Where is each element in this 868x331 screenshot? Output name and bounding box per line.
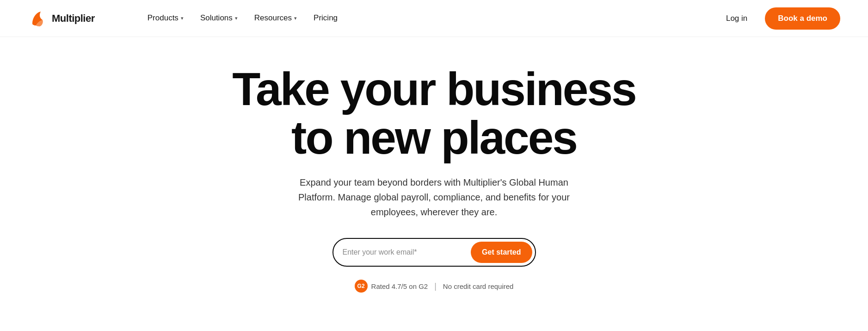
email-form: Get started: [332, 238, 536, 267]
g2-logo-icon: G2: [355, 280, 368, 293]
nav-pricing[interactable]: Pricing: [307, 10, 344, 26]
book-demo-button[interactable]: Book a demo: [765, 7, 840, 30]
hero-headline-line1: Take your business: [232, 63, 635, 115]
nav-resources[interactable]: Resources ▾: [248, 10, 303, 26]
no-credit-card-text: No credit card required: [443, 282, 514, 290]
nav-pricing-label: Pricing: [314, 13, 338, 23]
brand-logo-icon: [28, 9, 47, 28]
nav-products[interactable]: Products ▾: [141, 10, 190, 26]
resources-chevron-icon: ▾: [294, 15, 297, 21]
nav-left: Multiplier Products ▾ Solutions ▾ Resour…: [28, 0, 372, 37]
get-started-button[interactable]: Get started: [471, 242, 532, 263]
logo-link[interactable]: Multiplier: [28, 9, 95, 28]
nav-right: Log in Book a demo: [720, 7, 840, 30]
nav-links: Products ▾ Solutions ▾ Resources ▾ Prici…: [113, 0, 372, 37]
login-button[interactable]: Log in: [720, 10, 754, 27]
main-nav: Multiplier Products ▾ Solutions ▾ Resour…: [0, 0, 868, 37]
email-input[interactable]: [343, 248, 471, 256]
products-chevron-icon: ▾: [181, 15, 184, 21]
solutions-chevron-icon: ▾: [235, 15, 238, 21]
g2-badge: G2 Rated 4.7/5 on G2: [355, 280, 428, 293]
nav-resources-label: Resources: [254, 13, 292, 23]
trust-bar: G2 Rated 4.7/5 on G2 | No credit card re…: [355, 280, 514, 293]
hero-headline: Take your business to new places: [232, 65, 635, 162]
trust-divider: |: [434, 281, 437, 291]
hero-headline-line2: to new places: [291, 112, 577, 163]
brand-name: Multiplier: [52, 12, 95, 25]
g2-badge-letter: G2: [357, 283, 365, 289]
nav-products-label: Products: [148, 13, 179, 23]
hero-section: Take your business to new places Expand …: [0, 37, 868, 311]
nav-solutions-label: Solutions: [200, 13, 233, 23]
nav-solutions[interactable]: Solutions ▾: [194, 10, 244, 26]
g2-rating-text: Rated 4.7/5 on G2: [371, 282, 428, 290]
hero-subtext: Expand your team beyond borders with Mul…: [291, 175, 578, 219]
